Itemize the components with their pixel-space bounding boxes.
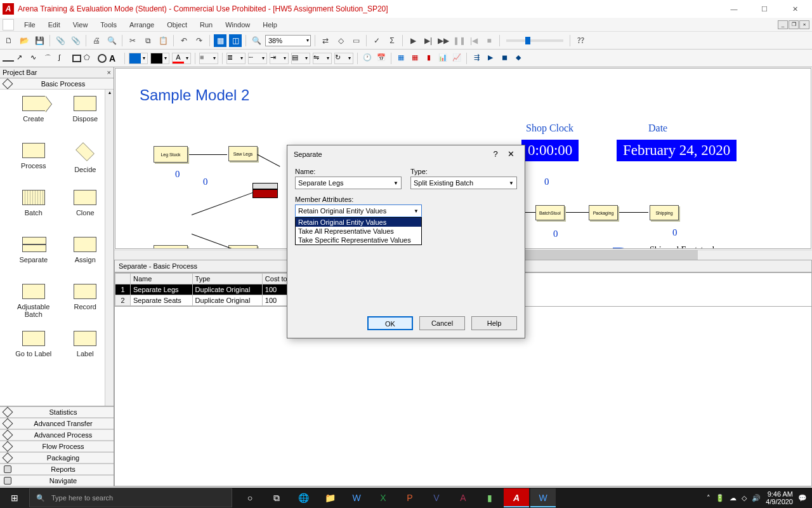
ok-button[interactable]: OK bbox=[367, 316, 413, 330]
save-button[interactable]: 💾 bbox=[33, 34, 46, 47]
cancel-button[interactable]: Cancel bbox=[419, 316, 465, 330]
toggle-layers[interactable]: ▦ bbox=[214, 34, 226, 47]
fastforward-button[interactable]: ▶▶ bbox=[437, 34, 450, 47]
option-takespecific[interactable]: Take Specific Representative Values bbox=[296, 236, 421, 244]
shape-assign[interactable]: Assign bbox=[60, 233, 112, 280]
zoom-combo[interactable]: 38% bbox=[265, 35, 311, 46]
variable-icon[interactable]: ▦ bbox=[395, 53, 407, 64]
line-color-button[interactable]: ▾ bbox=[150, 53, 169, 64]
powerpoint-icon[interactable]: P bbox=[397, 488, 422, 507]
animate-station-icon[interactable]: ◆ bbox=[513, 53, 524, 64]
preview-button[interactable]: 🔍 bbox=[105, 34, 118, 47]
shape-separate[interactable]: Separate bbox=[8, 233, 60, 280]
minitab-icon[interactable]: ▮ bbox=[477, 488, 502, 507]
cat-flowprocess[interactable]: Flow Process bbox=[0, 441, 114, 452]
copy-button[interactable]: ⧉ bbox=[141, 34, 154, 47]
dialog-help-icon[interactable]: ? bbox=[488, 149, 503, 159]
block-saw-seats[interactable]: Saw Seats bbox=[228, 245, 258, 249]
mdi-restore[interactable]: ❐ bbox=[789, 20, 799, 29]
histogram-icon[interactable]: 📊 bbox=[437, 53, 449, 64]
submodel-button[interactable]: ▭ bbox=[350, 34, 362, 47]
menu-help[interactable]: Help bbox=[256, 21, 284, 29]
ellipse-tool[interactable] bbox=[98, 54, 107, 63]
menu-view[interactable]: View bbox=[67, 21, 95, 29]
menu-window[interactable]: Window bbox=[219, 21, 256, 29]
cat-advtransfer[interactable]: Advanced Transfer bbox=[0, 418, 114, 429]
block-shipping[interactable]: Shipping bbox=[650, 205, 679, 220]
zoom-tool[interactable]: 🔍 bbox=[250, 34, 263, 47]
polygon-tool[interactable] bbox=[84, 53, 95, 64]
rotate-button[interactable]: ↻▾ bbox=[334, 53, 353, 64]
animate-global-icon[interactable]: ◼ bbox=[499, 53, 510, 64]
tray-dropbox-icon[interactable]: ◇ bbox=[742, 494, 747, 502]
print-button[interactable]: 🖨 bbox=[90, 34, 103, 47]
dialog-titlebar[interactable]: Separate ? ✕ bbox=[287, 145, 525, 163]
menu-run[interactable]: Run bbox=[193, 21, 219, 29]
shape-record[interactable]: Record bbox=[60, 280, 112, 327]
close-button[interactable]: ✕ bbox=[785, 3, 804, 15]
start-button[interactable]: ⊞ bbox=[0, 488, 29, 508]
name-combo[interactable]: Separate Legs▼ bbox=[295, 177, 402, 189]
chrome-icon[interactable]: 🌐 bbox=[291, 488, 316, 507]
rect-tool[interactable] bbox=[72, 55, 81, 62]
shape-gotolabel[interactable]: Go to Label bbox=[8, 327, 60, 374]
shape-create[interactable]: Create bbox=[8, 92, 60, 139]
date-icon[interactable]: 📅 bbox=[376, 53, 387, 64]
block-packaging[interactable]: Packaging bbox=[589, 205, 618, 220]
notifications-icon[interactable]: 💬 bbox=[798, 494, 807, 502]
plot-icon[interactable]: 📈 bbox=[451, 53, 462, 64]
word-icon[interactable]: W bbox=[344, 488, 369, 507]
taskview-icon[interactable]: ⧉ bbox=[264, 488, 289, 507]
access-icon[interactable]: A bbox=[450, 488, 476, 507]
shape-clone[interactable]: Clone bbox=[60, 186, 112, 233]
col-type[interactable]: Type bbox=[192, 273, 262, 284]
text-color-button[interactable]: A▾ bbox=[172, 53, 191, 64]
word2-icon[interactable]: W bbox=[530, 488, 556, 507]
redo-button[interactable]: ↷ bbox=[193, 34, 206, 47]
option-takeall[interactable]: Take All Representative Values bbox=[296, 227, 421, 236]
stop-button[interactable]: ■ bbox=[483, 34, 495, 47]
tray-battery-icon[interactable]: 🔋 bbox=[716, 494, 724, 502]
arrow-tool[interactable] bbox=[16, 53, 28, 64]
col-name[interactable]: Name bbox=[131, 273, 193, 284]
member-combo[interactable]: Retain Original Entity Values▼ bbox=[295, 204, 422, 217]
cat-packaging[interactable]: Packaging bbox=[0, 452, 114, 464]
cat-statistics[interactable]: Statistics bbox=[0, 406, 114, 418]
mdi-close[interactable]: × bbox=[799, 20, 809, 29]
open-button[interactable]: 📂 bbox=[18, 34, 30, 47]
cortana-icon[interactable]: ○ bbox=[237, 488, 263, 507]
excel-icon[interactable]: X bbox=[370, 488, 396, 507]
shape-process[interactable]: Process bbox=[8, 139, 60, 186]
pause-button[interactable]: ❚❚ bbox=[452, 34, 465, 47]
menu-object[interactable]: Object bbox=[160, 21, 193, 29]
shape-label[interactable]: Label bbox=[60, 327, 112, 374]
fill-color-button[interactable]: ▾ bbox=[129, 53, 148, 64]
entity-icon[interactable]: ▦ bbox=[409, 53, 421, 64]
shapes-scrollbar[interactable] bbox=[105, 90, 114, 406]
step-button[interactable]: ▶| bbox=[422, 34, 435, 47]
line-style-button[interactable]: ≡▾ bbox=[199, 53, 218, 64]
bezier-tool[interactable] bbox=[58, 53, 70, 64]
block-leg-stock[interactable]: Leg Stock bbox=[154, 146, 188, 163]
visio-icon[interactable]: V bbox=[424, 488, 449, 507]
mdi-minimize[interactable]: _ bbox=[778, 20, 788, 29]
project-bar-close[interactable]: × bbox=[107, 69, 111, 76]
connect-button[interactable]: ⇄ bbox=[319, 34, 332, 47]
shape-batch[interactable]: Batch bbox=[8, 186, 60, 233]
detach-button[interactable]: 📎 bbox=[69, 34, 82, 47]
cat-basic-process[interactable]: Basic Process bbox=[0, 78, 114, 90]
attach-button[interactable]: 📎 bbox=[54, 34, 67, 47]
expression-button[interactable]: Σ bbox=[386, 34, 398, 47]
menu-file[interactable]: File bbox=[18, 21, 42, 29]
tray-cloud-icon[interactable]: ☁ bbox=[730, 494, 737, 502]
check-button[interactable]: ✓ bbox=[370, 34, 383, 47]
shape-adjbatch[interactable]: Adjustable Batch bbox=[8, 280, 60, 327]
arrow-style-button[interactable]: ⇥▾ bbox=[270, 53, 289, 64]
clock-icon[interactable]: 🕐 bbox=[362, 53, 373, 64]
type-combo[interactable]: Split Existing Batch▼ bbox=[410, 177, 517, 189]
taskbar-search[interactable]: 🔍 Type here to search bbox=[29, 488, 232, 507]
arena-icon[interactable]: A bbox=[504, 488, 529, 507]
go-button[interactable]: ▶ bbox=[407, 34, 419, 47]
cat-navigate[interactable]: Navigate bbox=[0, 475, 114, 486]
animate-resource-icon[interactable]: ▶ bbox=[485, 53, 496, 64]
